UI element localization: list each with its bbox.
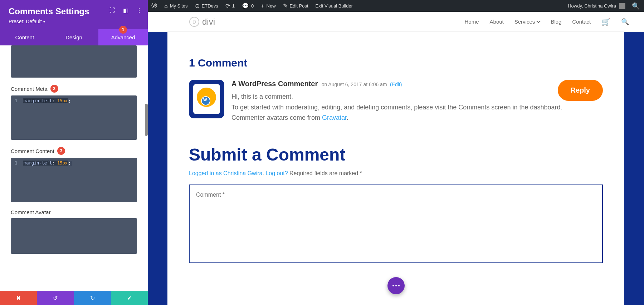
plus-icon: + (261, 3, 264, 9)
refresh-icon: ⟳ (225, 3, 230, 9)
site-header: D divi Home About Services Blog Contact … (148, 12, 644, 32)
chevron-down-icon: ▾ (43, 20, 45, 24)
comment-author[interactable]: A WordPress Commenter (231, 80, 318, 88)
dot-icon (398, 285, 400, 286)
panel-header: Comments Settings Preset: Default ▾ ⛶ ◧ … (0, 0, 148, 29)
comment-meta: on August 6, 2017 at 6:06 am (322, 82, 387, 87)
text-cursor (71, 161, 71, 166)
settings-panel: Comments Settings Preset: Default ▾ ⛶ ◧ … (0, 0, 148, 305)
panel-body: Comment Meta 2 1 margin-left: 15px; Comm… (0, 45, 148, 291)
expand-icon[interactable]: ⛶ (109, 7, 115, 14)
dashboard-icon: ⊙ (195, 3, 200, 9)
user-avatar[interactable] (619, 3, 625, 9)
gravatar-link[interactable]: Gravatar (322, 114, 347, 121)
scrollbar[interactable] (145, 104, 148, 136)
search-icon[interactable]: 🔍 (621, 18, 629, 26)
dot-icon (392, 285, 394, 286)
cart-icon[interactable]: 🛒 (601, 18, 610, 26)
nav-services[interactable]: Services (514, 19, 540, 25)
dot-icon (395, 285, 397, 286)
comment-textarea[interactable] (189, 185, 603, 263)
more-icon[interactable]: ⋮ (136, 7, 142, 14)
exit-visual-builder[interactable]: Exit Visual Builder (312, 0, 357, 12)
field-comment-meta: Comment Meta 2 (11, 85, 137, 93)
nav-blog[interactable]: Blog (551, 19, 561, 25)
logout-link[interactable]: Log out? (265, 170, 288, 176)
badge-3: 3 (57, 147, 65, 155)
adminbar-search-icon[interactable]: 🔍 (632, 2, 640, 10)
new-menu[interactable]: +New (257, 0, 279, 12)
code-editor-prev[interactable] (11, 45, 137, 78)
tab-advanced[interactable]: Advanced 1 (98, 29, 148, 45)
edit-post[interactable]: ✎Edit Post (279, 0, 312, 12)
wapuu-icon: W (196, 87, 217, 111)
panel-tabs: Content Design Advanced 1 (0, 29, 148, 45)
nav-about[interactable]: About (490, 19, 504, 25)
submit-heading: Submit a Comment (189, 145, 603, 164)
nav-contact[interactable]: Contact (572, 19, 591, 25)
reply-button[interactable]: Reply (558, 80, 603, 101)
my-sites[interactable]: ⌂My Sites (161, 0, 191, 12)
field-comment-content: Comment Content 3 (11, 147, 137, 155)
responsive-icon[interactable]: ◧ (123, 7, 128, 14)
wp-logo[interactable]: ⓦ (148, 0, 161, 12)
logo-icon: D (189, 17, 199, 27)
badge-2: 2 (50, 85, 58, 93)
comment-edit-link[interactable]: (Edit) (390, 82, 402, 87)
comment-icon: 💬 (242, 3, 249, 9)
site-logo[interactable]: D divi (189, 17, 215, 27)
updates[interactable]: ⟳1 (222, 0, 238, 12)
tab-design[interactable]: Design (49, 29, 99, 45)
code-editor-content[interactable]: 1 margin-left: 15px; (11, 158, 137, 202)
pencil-icon: ✎ (283, 3, 288, 9)
nav-home[interactable]: Home (465, 19, 479, 25)
comment-item: W A WordPress Commenter on August 6, 201… (189, 80, 603, 123)
code-editor-avatar[interactable] (11, 218, 137, 254)
comment-header: A WordPress Commenter on August 6, 2017 … (231, 80, 603, 88)
page-content: 1 Comment W A WordPress Commenter on Aug… (167, 32, 624, 305)
comments-count[interactable]: 💬0 (238, 0, 257, 12)
chevron-down-icon (537, 19, 541, 23)
wordpress-icon: ⓦ (151, 2, 157, 10)
field-comment-avatar: Comment Avatar (11, 209, 137, 215)
fab-more-button[interactable] (387, 277, 405, 294)
comment-content: Hi, this is a comment. To get started wi… (231, 92, 603, 123)
code-editor-meta[interactable]: 1 margin-left: 15px; (11, 95, 137, 140)
comment-avatar: W (189, 80, 224, 118)
site-link[interactable]: ⊙ETDevs (191, 0, 222, 12)
comments-heading: 1 Comment (189, 57, 603, 69)
cancel-button[interactable]: ✖ (0, 291, 37, 305)
howdy-text[interactable]: Howdy, Christina Gwira (568, 3, 616, 9)
redo-button[interactable]: ↻ (74, 291, 111, 305)
sites-icon: ⌂ (164, 3, 168, 9)
logged-in-link[interactable]: Logged in as Christina Gwira (189, 170, 262, 176)
save-button[interactable]: ✔ (111, 291, 148, 305)
preset-dropdown[interactable]: Preset: Default ▾ (9, 19, 139, 24)
primary-nav: Home About Services Blog Contact 🛒 🔍 (465, 18, 629, 26)
undo-button[interactable]: ↺ (37, 291, 74, 305)
tab-content[interactable]: Content (0, 29, 49, 45)
tab-badge: 1 (119, 26, 127, 34)
wp-admin-bar: ⓦ ⌂My Sites ⊙ETDevs ⟳1 💬0 +New ✎Edit Pos… (148, 0, 644, 12)
page-background: 1 Comment W A WordPress Commenter on Aug… (148, 32, 644, 305)
panel-footer: ✖ ↺ ↻ ✔ (0, 291, 148, 305)
login-status: Logged in as Christina Gwira. Log out? R… (189, 170, 603, 177)
